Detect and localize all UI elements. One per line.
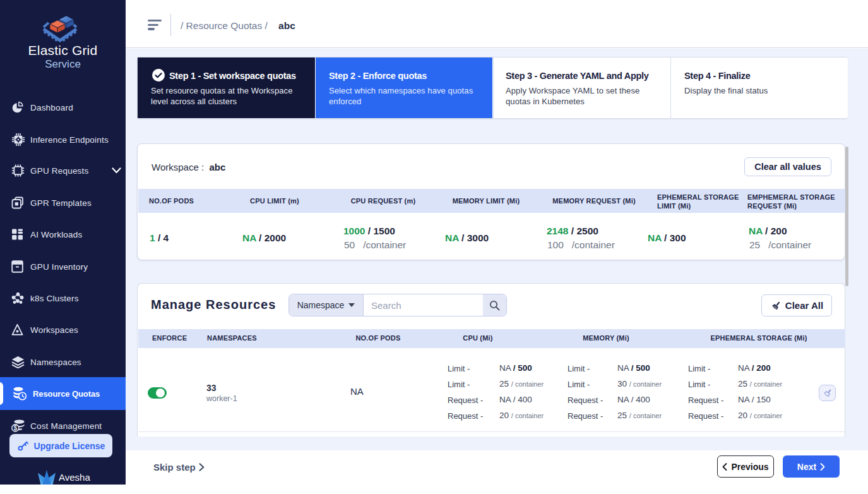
svg-text:$: $ (14, 425, 18, 431)
